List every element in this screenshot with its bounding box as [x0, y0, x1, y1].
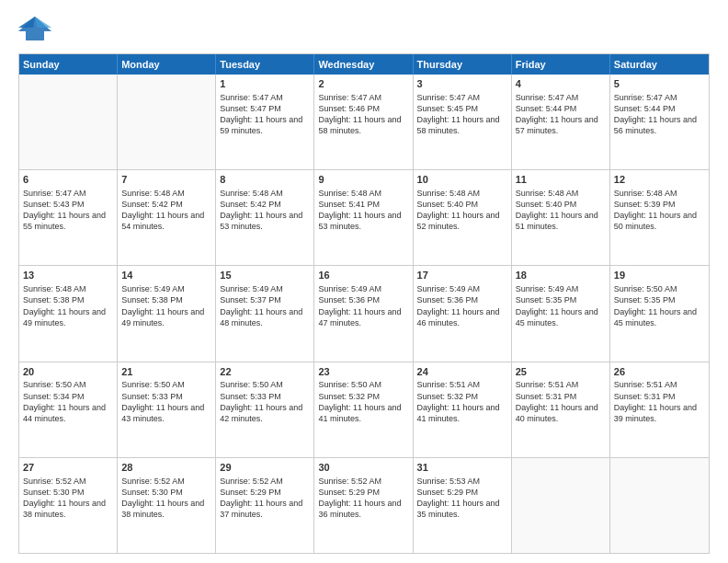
svg-marker-2	[18, 17, 35, 28]
calendar-day-4: 4Sunrise: 5:47 AM Sunset: 5:44 PM Daylig…	[512, 75, 610, 169]
calendar-day-empty	[610, 458, 709, 553]
day-number: 15	[220, 269, 310, 282]
day-info: Sunrise: 5:52 AM Sunset: 5:29 PM Dayligh…	[220, 476, 310, 521]
calendar-week-2: 13Sunrise: 5:48 AM Sunset: 5:38 PM Dayli…	[19, 265, 709, 361]
day-info: Sunrise: 5:52 AM Sunset: 5:30 PM Dayligh…	[23, 476, 113, 521]
day-number: 29	[220, 461, 310, 475]
calendar-day-23: 23Sunrise: 5:50 AM Sunset: 5:32 PM Dayli…	[314, 362, 413, 457]
day-info: Sunrise: 5:48 AM Sunset: 5:42 PM Dayligh…	[220, 188, 310, 233]
calendar-day-2: 2Sunrise: 5:47 AM Sunset: 5:46 PM Daylig…	[314, 75, 413, 169]
logo-icon	[18, 15, 51, 44]
calendar-day-26: 26Sunrise: 5:51 AM Sunset: 5:31 PM Dayli…	[610, 362, 709, 457]
day-info: Sunrise: 5:48 AM Sunset: 5:40 PM Dayligh…	[417, 188, 507, 233]
day-number: 23	[318, 365, 408, 379]
calendar-week-1: 6Sunrise: 5:47 AM Sunset: 5:43 PM Daylig…	[19, 169, 709, 265]
day-info: Sunrise: 5:50 AM Sunset: 5:34 PM Dayligh…	[23, 379, 113, 424]
calendar-day-empty	[512, 458, 610, 553]
calendar-day-13: 13Sunrise: 5:48 AM Sunset: 5:38 PM Dayli…	[19, 266, 118, 361]
day-info: Sunrise: 5:51 AM Sunset: 5:31 PM Dayligh…	[614, 379, 705, 424]
calendar-day-20: 20Sunrise: 5:50 AM Sunset: 5:34 PM Dayli…	[19, 362, 118, 457]
day-number: 7	[121, 173, 211, 187]
day-info: Sunrise: 5:48 AM Sunset: 5:39 PM Dayligh…	[614, 188, 705, 233]
day-info: Sunrise: 5:47 AM Sunset: 5:44 PM Dayligh…	[516, 92, 606, 137]
day-number: 27	[23, 461, 113, 475]
weekday-header-monday: Monday	[118, 54, 216, 75]
day-info: Sunrise: 5:50 AM Sunset: 5:33 PM Dayligh…	[220, 379, 310, 424]
day-number: 28	[121, 461, 211, 475]
calendar-day-27: 27Sunrise: 5:52 AM Sunset: 5:30 PM Dayli…	[19, 458, 118, 553]
day-info: Sunrise: 5:47 AM Sunset: 5:43 PM Dayligh…	[23, 188, 113, 233]
day-info: Sunrise: 5:48 AM Sunset: 5:38 PM Dayligh…	[23, 283, 113, 328]
weekday-header-thursday: Thursday	[414, 54, 512, 75]
calendar-week-3: 20Sunrise: 5:50 AM Sunset: 5:34 PM Dayli…	[19, 362, 709, 457]
calendar-day-10: 10Sunrise: 5:48 AM Sunset: 5:40 PM Dayli…	[414, 170, 512, 265]
day-number: 1	[220, 77, 310, 91]
day-info: Sunrise: 5:47 AM Sunset: 5:46 PM Dayligh…	[318, 92, 408, 137]
calendar-day-30: 30Sunrise: 5:52 AM Sunset: 5:29 PM Dayli…	[314, 458, 413, 553]
day-number: 18	[516, 269, 606, 282]
calendar-day-11: 11Sunrise: 5:48 AM Sunset: 5:40 PM Dayli…	[512, 170, 610, 265]
calendar-day-21: 21Sunrise: 5:50 AM Sunset: 5:33 PM Dayli…	[118, 362, 216, 457]
day-number: 4	[516, 77, 606, 91]
day-number: 26	[614, 365, 705, 379]
calendar-day-22: 22Sunrise: 5:50 AM Sunset: 5:33 PM Dayli…	[216, 362, 314, 457]
calendar-day-9: 9Sunrise: 5:48 AM Sunset: 5:41 PM Daylig…	[314, 170, 413, 265]
calendar-day-19: 19Sunrise: 5:50 AM Sunset: 5:35 PM Dayli…	[610, 266, 709, 361]
weekday-header-saturday: Saturday	[610, 54, 709, 75]
day-number: 13	[23, 269, 113, 282]
day-info: Sunrise: 5:50 AM Sunset: 5:33 PM Dayligh…	[121, 379, 211, 424]
calendar-day-3: 3Sunrise: 5:47 AM Sunset: 5:45 PM Daylig…	[414, 75, 512, 169]
day-number: 24	[417, 365, 507, 379]
day-number: 19	[614, 269, 705, 282]
calendar-day-empty	[118, 75, 216, 169]
day-info: Sunrise: 5:49 AM Sunset: 5:36 PM Dayligh…	[318, 283, 408, 328]
day-info: Sunrise: 5:51 AM Sunset: 5:32 PM Dayligh…	[417, 379, 507, 424]
calendar-day-12: 12Sunrise: 5:48 AM Sunset: 5:39 PM Dayli…	[610, 170, 709, 265]
day-info: Sunrise: 5:47 AM Sunset: 5:47 PM Dayligh…	[220, 92, 310, 137]
page: SundayMondayTuesdayWednesdayThursdayFrid…	[0, 0, 728, 563]
day-number: 12	[614, 173, 705, 187]
day-number: 3	[417, 77, 507, 91]
header	[18, 15, 710, 44]
day-info: Sunrise: 5:49 AM Sunset: 5:37 PM Dayligh…	[220, 283, 310, 328]
weekday-header-tuesday: Tuesday	[216, 54, 314, 75]
day-number: 2	[318, 77, 408, 91]
calendar-day-15: 15Sunrise: 5:49 AM Sunset: 5:37 PM Dayli…	[216, 266, 314, 361]
calendar-day-16: 16Sunrise: 5:49 AM Sunset: 5:36 PM Dayli…	[314, 266, 413, 361]
calendar-header: SundayMondayTuesdayWednesdayThursdayFrid…	[19, 54, 709, 75]
calendar-day-empty	[19, 75, 118, 169]
calendar-day-7: 7Sunrise: 5:48 AM Sunset: 5:42 PM Daylig…	[118, 170, 216, 265]
day-number: 20	[23, 365, 113, 379]
calendar-day-8: 8Sunrise: 5:48 AM Sunset: 5:42 PM Daylig…	[216, 170, 314, 265]
day-number: 5	[614, 77, 705, 91]
day-number: 14	[121, 269, 211, 282]
calendar-week-4: 27Sunrise: 5:52 AM Sunset: 5:30 PM Dayli…	[19, 457, 709, 553]
day-info: Sunrise: 5:52 AM Sunset: 5:30 PM Dayligh…	[121, 476, 211, 521]
calendar-day-5: 5Sunrise: 5:47 AM Sunset: 5:44 PM Daylig…	[610, 75, 709, 169]
svg-marker-0	[18, 17, 51, 40]
calendar-day-25: 25Sunrise: 5:51 AM Sunset: 5:31 PM Dayli…	[512, 362, 610, 457]
day-info: Sunrise: 5:47 AM Sunset: 5:44 PM Dayligh…	[614, 92, 705, 137]
day-number: 9	[318, 173, 408, 187]
day-info: Sunrise: 5:49 AM Sunset: 5:36 PM Dayligh…	[417, 283, 507, 328]
day-number: 10	[417, 173, 507, 187]
svg-marker-1	[35, 17, 51, 28]
calendar-day-28: 28Sunrise: 5:52 AM Sunset: 5:30 PM Dayli…	[118, 458, 216, 553]
day-info: Sunrise: 5:47 AM Sunset: 5:45 PM Dayligh…	[417, 92, 507, 137]
calendar-day-6: 6Sunrise: 5:47 AM Sunset: 5:43 PM Daylig…	[19, 170, 118, 265]
day-info: Sunrise: 5:49 AM Sunset: 5:38 PM Dayligh…	[121, 283, 211, 328]
day-info: Sunrise: 5:48 AM Sunset: 5:41 PM Dayligh…	[318, 188, 408, 233]
day-info: Sunrise: 5:53 AM Sunset: 5:29 PM Dayligh…	[417, 476, 507, 521]
calendar-day-18: 18Sunrise: 5:49 AM Sunset: 5:35 PM Dayli…	[512, 266, 610, 361]
day-info: Sunrise: 5:48 AM Sunset: 5:42 PM Dayligh…	[121, 188, 211, 233]
day-number: 17	[417, 269, 507, 282]
logo	[18, 15, 55, 44]
weekday-header-sunday: Sunday	[19, 54, 118, 75]
day-info: Sunrise: 5:49 AM Sunset: 5:35 PM Dayligh…	[516, 283, 606, 328]
day-info: Sunrise: 5:48 AM Sunset: 5:40 PM Dayligh…	[516, 188, 606, 233]
calendar-day-14: 14Sunrise: 5:49 AM Sunset: 5:38 PM Dayli…	[118, 266, 216, 361]
day-number: 21	[121, 365, 211, 379]
calendar: SundayMondayTuesdayWednesdayThursdayFrid…	[18, 53, 710, 554]
day-number: 6	[23, 173, 113, 187]
calendar-week-0: 1Sunrise: 5:47 AM Sunset: 5:47 PM Daylig…	[19, 75, 709, 169]
